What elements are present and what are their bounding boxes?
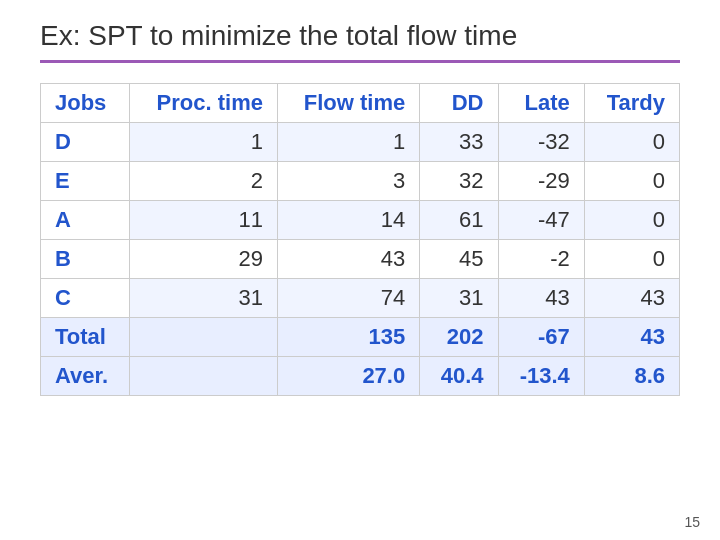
aver-cell-2: 27.0	[277, 357, 419, 396]
cell-flow-time: 43	[277, 240, 419, 279]
cell-job: D	[41, 123, 130, 162]
col-header-flow-time: Flow time	[277, 84, 419, 123]
cell-flow-time: 3	[277, 162, 419, 201]
col-header-tardy: Tardy	[584, 84, 679, 123]
cell-dd: 45	[420, 240, 498, 279]
cell-dd: 33	[420, 123, 498, 162]
total-cell-1	[130, 318, 278, 357]
table-row: C3174314343	[41, 279, 680, 318]
col-header-proc-time: Proc. time	[130, 84, 278, 123]
cell-dd: 32	[420, 162, 498, 201]
table-header-row: Jobs Proc. time Flow time DD Late Tardy	[41, 84, 680, 123]
cell-proc-time: 29	[130, 240, 278, 279]
aver-cell-0: Aver.	[41, 357, 130, 396]
slide-container: Ex: SPT to minimize the total flow time …	[0, 0, 720, 540]
cell-tardy: 43	[584, 279, 679, 318]
cell-tardy: 0	[584, 123, 679, 162]
table-wrapper: Jobs Proc. time Flow time DD Late Tardy …	[40, 83, 680, 520]
cell-dd: 61	[420, 201, 498, 240]
table-row-aver: Aver.27.040.4-13.48.6	[41, 357, 680, 396]
table-row-total: Total135202-6743	[41, 318, 680, 357]
cell-proc-time: 2	[130, 162, 278, 201]
cell-flow-time: 14	[277, 201, 419, 240]
page-title: Ex: SPT to minimize the total flow time	[40, 20, 680, 52]
cell-tardy: 0	[584, 162, 679, 201]
cell-flow-time: 1	[277, 123, 419, 162]
col-header-dd: DD	[420, 84, 498, 123]
page-number: 15	[684, 514, 700, 530]
cell-job: A	[41, 201, 130, 240]
total-cell-4: -67	[498, 318, 584, 357]
total-cell-0: Total	[41, 318, 130, 357]
cell-proc-time: 11	[130, 201, 278, 240]
cell-late: -47	[498, 201, 584, 240]
total-cell-3: 202	[420, 318, 498, 357]
cell-dd: 31	[420, 279, 498, 318]
total-cell-2: 135	[277, 318, 419, 357]
cell-tardy: 0	[584, 240, 679, 279]
cell-late: -32	[498, 123, 584, 162]
table-row: A111461-470	[41, 201, 680, 240]
cell-proc-time: 1	[130, 123, 278, 162]
cell-flow-time: 74	[277, 279, 419, 318]
table-row: E2332-290	[41, 162, 680, 201]
col-header-late: Late	[498, 84, 584, 123]
cell-late: -2	[498, 240, 584, 279]
table-row: D1133-320	[41, 123, 680, 162]
aver-cell-4: -13.4	[498, 357, 584, 396]
total-cell-5: 43	[584, 318, 679, 357]
title-area: Ex: SPT to minimize the total flow time	[40, 20, 680, 63]
cell-job: C	[41, 279, 130, 318]
col-header-jobs: Jobs	[41, 84, 130, 123]
aver-cell-1	[130, 357, 278, 396]
cell-tardy: 0	[584, 201, 679, 240]
cell-job: B	[41, 240, 130, 279]
cell-late: -29	[498, 162, 584, 201]
table-row: B294345-20	[41, 240, 680, 279]
cell-proc-time: 31	[130, 279, 278, 318]
cell-job: E	[41, 162, 130, 201]
aver-cell-3: 40.4	[420, 357, 498, 396]
data-table: Jobs Proc. time Flow time DD Late Tardy …	[40, 83, 680, 396]
cell-late: 43	[498, 279, 584, 318]
aver-cell-5: 8.6	[584, 357, 679, 396]
